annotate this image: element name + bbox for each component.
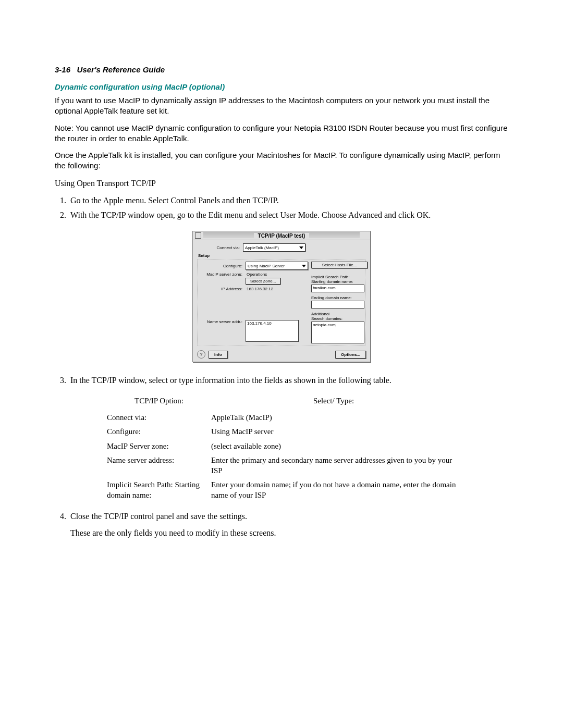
step-2: With the TCP/IP window open, go to the E…: [68, 209, 508, 221]
opt-value: AppleTalk (MacIP): [211, 413, 456, 423]
table-head-left: TCP/IP Option:: [107, 397, 211, 405]
zone-label: MacIP server zone:: [200, 272, 246, 277]
step-4-note: These are the only fields you need to mo…: [70, 527, 508, 539]
additional-domains-field[interactable]: netopia.com|: [311, 322, 364, 343]
implicit-label-2: Starting domain name:: [311, 279, 368, 284]
opt-value: Enter your domain name; if you do not ha…: [211, 480, 456, 500]
table-row: Connect via: AppleTalk (MacIP): [107, 413, 456, 423]
dialog-title: TCP/IP (MacIP test): [254, 233, 310, 239]
chevron-down-icon: [299, 246, 303, 249]
tcpip-dialog: TCP/IP (MacIP test) Connect via: AppleTa…: [192, 231, 371, 362]
configure-value: Using MacIP Server: [248, 264, 285, 268]
select-hosts-button[interactable]: Select Hosts File...: [311, 262, 368, 268]
starting-domain-field[interactable]: farallon.com: [311, 285, 364, 292]
additional-domains-value: netopia.com|: [313, 323, 337, 327]
opt-value: (select available zone): [211, 441, 456, 452]
zone-value: Operations: [246, 272, 280, 277]
nameserver-field[interactable]: 163.176.4.10: [246, 320, 299, 342]
info-button[interactable]: Info: [209, 351, 228, 359]
close-icon[interactable]: [195, 232, 201, 239]
opt-label: MacIP Server zone:: [107, 441, 211, 452]
implicit-label-1: Implicit Search Path:: [311, 275, 368, 279]
ending-domain-field[interactable]: [311, 301, 364, 309]
connect-via-popup[interactable]: AppleTalk (MacIP): [243, 243, 305, 252]
table-row: Name server address: Enter the primary a…: [107, 455, 456, 476]
intro-paragraph: If you want to use MacIP to dynamically …: [55, 95, 508, 117]
connect-via-label: Connect via:: [197, 245, 243, 250]
setup-group-label: Setup: [198, 253, 366, 258]
guide-title: User's Reference Guide: [77, 65, 165, 74]
table-row: Configure: Using MacIP server: [107, 427, 456, 437]
options-button[interactable]: Options...: [335, 351, 366, 359]
nameserver-value: 163.176.4.10: [247, 321, 272, 326]
dialog-titlebar: TCP/IP (MacIP test): [193, 231, 370, 240]
page-number: 3-16: [55, 65, 70, 74]
opt-value: Using MacIP server: [211, 427, 456, 437]
dialog-figure: TCP/IP (MacIP test) Connect via: AppleTa…: [55, 231, 508, 362]
help-icon[interactable]: ?: [197, 350, 205, 359]
configure-popup[interactable]: Using MacIP Server: [246, 262, 308, 270]
select-zone-button[interactable]: Select Zone...: [246, 278, 280, 285]
table-row: Implicit Search Path: Starting domain na…: [107, 480, 456, 500]
connect-via-value: AppleTalk (MacIP): [245, 245, 279, 250]
section-subheading: Dynamic configuration using MacIP (optio…: [55, 82, 508, 91]
opt-label: Connect via:: [107, 413, 211, 423]
step-1: Go to the Apple menu. Select Control Pan…: [68, 195, 508, 206]
steps-list-end: Close the TCP/IP control panel and save …: [55, 511, 508, 538]
additional-label-1: Additional: [311, 312, 368, 316]
step-3: In the TCP/IP window, select or type inf…: [68, 375, 508, 386]
chevron-down-icon: [302, 265, 306, 267]
opt-label: Configure:: [107, 427, 211, 437]
options-table: TCP/IP Option: Select/ Type: Connect via…: [107, 397, 456, 501]
opt-label: Implicit Search Path: Starting domain na…: [107, 480, 211, 500]
using-heading: Using Open Transport TCP/IP: [55, 178, 508, 189]
step-4: Close the TCP/IP control panel and save …: [68, 511, 508, 538]
nameserver-label: Name server addr.:: [200, 319, 246, 324]
steps-list-cont: In the TCP/IP window, select or type inf…: [55, 375, 508, 386]
note-paragraph: Note: You cannot use MacIP dynamic confi…: [55, 123, 508, 144]
ip-value: 163.176.32.12: [246, 287, 273, 291]
ending-domain-label: Ending domain name:: [311, 295, 368, 300]
additional-label-2: Search domains:: [311, 316, 368, 321]
opt-value: Enter the primary and secondary name ser…: [211, 455, 456, 476]
step-4-text: Close the TCP/IP control panel and save …: [70, 512, 247, 521]
once-paragraph: Once the AppleTalk kit is installed, you…: [55, 150, 508, 171]
steps-list: Go to the Apple menu. Select Control Pan…: [55, 195, 508, 220]
page-header: 3-16 User's Reference Guide: [55, 65, 508, 74]
opt-label: Name server address:: [107, 455, 211, 476]
table-row: MacIP Server zone: (select available zon…: [107, 441, 456, 452]
configure-label: Configure:: [200, 264, 246, 268]
table-head-right: Select/ Type:: [211, 397, 456, 405]
ip-label: IP Address:: [200, 287, 246, 291]
starting-domain-value: farallon.com: [313, 286, 336, 290]
